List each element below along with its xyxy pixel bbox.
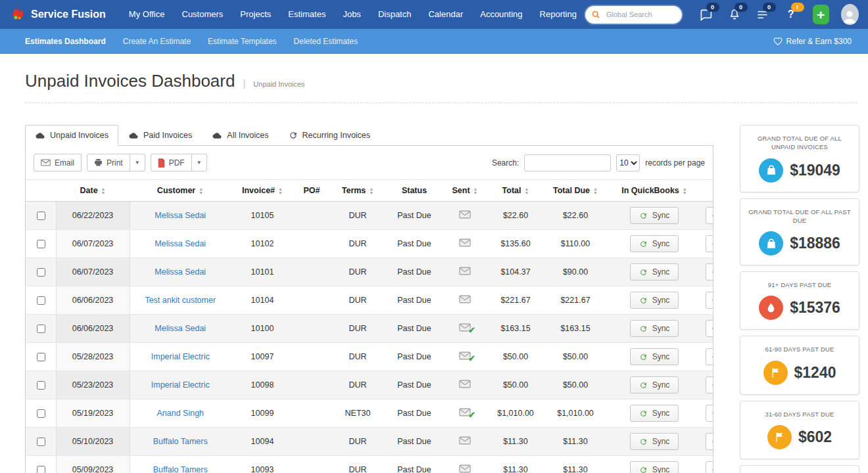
- help-icon[interactable]: ?!: [784, 7, 798, 22]
- print-button[interactable]: Print: [87, 154, 130, 171]
- view-button[interactable]: View: [706, 292, 713, 309]
- invoice-tab-bar: Unpaid InvoicesPaid InvoicesAll Invoices…: [25, 125, 713, 145]
- print-dropdown-button[interactable]: ▼: [130, 154, 145, 171]
- sync-button[interactable]: Sync: [630, 376, 679, 394]
- invoice-table-body: 06/22/2023 Melissa Sedai 10105 DUR Past …: [26, 202, 713, 473]
- invoice-total: $22.60: [487, 202, 544, 230]
- global-search[interactable]: [585, 6, 682, 24]
- table-row: 06/06/2023 Test ankit customer 10104 DUR…: [26, 286, 713, 315]
- eye-icon: [712, 325, 713, 332]
- sent-opened-envelope-icon: ✔: [459, 323, 471, 332]
- customer-link[interactable]: Melissa Sedai: [155, 239, 206, 248]
- subnav-item-create-an-estimate[interactable]: Create An Estimate: [114, 37, 199, 46]
- sync-button[interactable]: Sync: [630, 433, 679, 450]
- row-checkbox[interactable]: [37, 466, 45, 473]
- customer-link[interactable]: Melissa Sedai: [155, 267, 206, 277]
- invoice-number: 10105: [231, 202, 294, 230]
- bell-icon[interactable]: 0: [727, 7, 742, 22]
- global-search-input[interactable]: [605, 10, 676, 19]
- topnav-item-my-office[interactable]: My Office: [120, 0, 174, 29]
- customer-link[interactable]: Buffalo Tamers: [153, 465, 208, 473]
- subnav-item-estimates-dashboard[interactable]: Estimates Dashboard: [16, 37, 114, 46]
- topnav-item-projects[interactable]: Projects: [231, 0, 279, 29]
- brand-logo[interactable]: Service Fusion: [9, 5, 106, 24]
- topnav-item-reporting[interactable]: Reporting: [531, 0, 585, 29]
- view-button[interactable]: View: [706, 263, 713, 281]
- table-search-input[interactable]: [524, 154, 611, 171]
- sync-button[interactable]: Sync: [630, 348, 679, 365]
- tasks-icon[interactable]: 0: [756, 7, 770, 22]
- customer-link[interactable]: Melissa Sedai: [155, 211, 206, 220]
- row-checkbox[interactable]: [37, 353, 45, 361]
- table-row: 05/28/2023 Imperial Electric 10097 DUR P…: [26, 343, 713, 371]
- customer-link[interactable]: Anand Singh: [157, 409, 204, 418]
- po-number: [294, 343, 329, 371]
- quick-add-button[interactable]: +: [813, 5, 829, 24]
- column-header-date[interactable]: Date▲▼: [56, 180, 130, 202]
- subnav-item-estimate-templates[interactable]: Estimate Templates: [199, 37, 285, 46]
- card-value: $602: [798, 428, 832, 446]
- view-button[interactable]: View: [706, 461, 713, 473]
- topnav-item-jobs[interactable]: Jobs: [334, 0, 369, 29]
- sync-button[interactable]: Sync: [630, 207, 679, 224]
- row-checkbox[interactable]: [37, 325, 45, 333]
- pdf-button[interactable]: PDF: [151, 154, 192, 171]
- row-checkbox[interactable]: [37, 268, 45, 277]
- tab-recurring-invoices[interactable]: Recurring Invoices: [279, 125, 381, 146]
- view-button[interactable]: View: [706, 235, 713, 252]
- view-button[interactable]: View: [706, 207, 713, 224]
- invoice-total: $221.67: [487, 286, 544, 315]
- po-number: [294, 315, 329, 343]
- eye-icon: [712, 466, 713, 473]
- customer-link[interactable]: Buffalo Tamers: [153, 437, 208, 446]
- sync-button[interactable]: Sync: [630, 235, 679, 252]
- per-page-select[interactable]: 10: [616, 154, 640, 171]
- sync-button[interactable]: Sync: [630, 320, 679, 337]
- view-button[interactable]: View: [706, 376, 713, 394]
- tab-paid-invoices[interactable]: Paid Invoices: [118, 125, 202, 146]
- view-button[interactable]: View: [706, 320, 713, 337]
- row-checkbox[interactable]: [37, 296, 45, 305]
- sync-button[interactable]: Sync: [630, 292, 679, 309]
- chat-icon[interactable]: 0: [699, 7, 713, 22]
- column-header-quickbooks[interactable]: In QuickBooks▲▼: [607, 180, 702, 202]
- email-button[interactable]: Email: [34, 154, 82, 171]
- sync-button-label: Sync: [652, 352, 670, 361]
- topnav-item-customers[interactable]: Customers: [174, 0, 232, 29]
- refer-earn-link[interactable]: Refer & Earn $300: [773, 37, 852, 46]
- column-header-sent[interactable]: Sent▲▼: [443, 180, 487, 202]
- topnav-item-calendar[interactable]: Calendar: [420, 0, 471, 29]
- view-button[interactable]: View: [706, 405, 713, 422]
- view-button[interactable]: View: [706, 348, 713, 365]
- tab-unpaid-invoices[interactable]: Unpaid Invoices: [25, 125, 118, 146]
- column-header-total[interactable]: Total▲▼: [487, 180, 544, 202]
- sync-button[interactable]: Sync: [630, 405, 679, 422]
- user-avatar[interactable]: [841, 4, 859, 25]
- sync-button[interactable]: Sync: [630, 263, 679, 281]
- customer-link[interactable]: Imperial Electric: [151, 352, 210, 361]
- sync-icon: [639, 296, 648, 305]
- topnav-item-accounting[interactable]: Accounting: [471, 0, 531, 29]
- sync-button[interactable]: Sync: [630, 461, 679, 473]
- customer-link[interactable]: Melissa Sedai: [155, 324, 206, 333]
- customer-link[interactable]: Imperial Electric: [151, 380, 210, 390]
- row-checkbox[interactable]: [37, 240, 45, 248]
- row-checkbox[interactable]: [37, 381, 45, 390]
- customer-link[interactable]: Test ankit customer: [145, 296, 216, 305]
- row-checkbox[interactable]: [37, 438, 45, 446]
- column-header-invoice[interactable]: Invoice#▲▼: [231, 180, 294, 202]
- card-title: 61-90 DAYS PAST DUE: [746, 345, 854, 353]
- topnav-item-dispatch[interactable]: Dispatch: [370, 0, 420, 29]
- po-number: [294, 428, 329, 456]
- pdf-dropdown-button[interactable]: ▼: [192, 154, 207, 171]
- column-header-terms[interactable]: Terms▲▼: [329, 180, 386, 202]
- view-button[interactable]: View: [706, 433, 713, 450]
- subnav-item-deleted-estimates[interactable]: Deleted Estimates: [285, 37, 366, 46]
- row-checkbox[interactable]: [37, 212, 45, 220]
- topnav-item-estimates[interactable]: Estimates: [279, 0, 334, 29]
- tab-all-invoices[interactable]: All Invoices: [202, 125, 278, 146]
- column-header-customer[interactable]: Customer▲▼: [130, 180, 231, 202]
- row-checkbox[interactable]: [37, 409, 45, 418]
- person-icon: [841, 8, 858, 25]
- column-header-total_due[interactable]: Total Due▲▼: [544, 180, 607, 202]
